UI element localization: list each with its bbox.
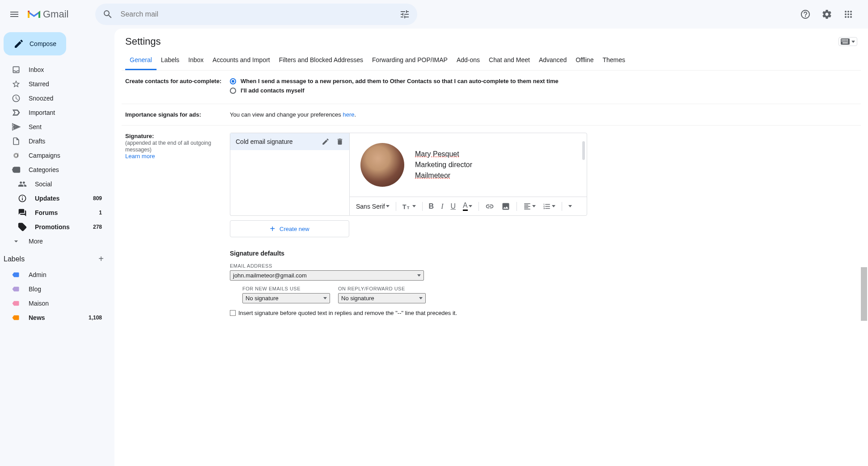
- label-color-icon: [12, 285, 21, 293]
- sidebar-item-sent[interactable]: Sent: [0, 120, 107, 134]
- signature-editor[interactable]: Mary Pesquet Marketing director Mailmete…: [349, 133, 587, 216]
- tab-advanced[interactable]: Advanced: [534, 51, 571, 70]
- signature-avatar: [360, 143, 404, 187]
- search-bar[interactable]: [95, 4, 417, 25]
- sidebar-item-starred[interactable]: Starred: [0, 77, 107, 91]
- sidebar-item-inbox[interactable]: Inbox: [0, 63, 107, 77]
- apps-grid-icon: [843, 9, 854, 20]
- delete-icon[interactable]: [336, 138, 344, 146]
- nav-label: Sent: [29, 123, 102, 130]
- sidebar-item-drafts[interactable]: Drafts: [0, 134, 107, 148]
- sidebar: Compose InboxStarredSnoozedImportantSent…: [0, 29, 114, 466]
- sidebar-item-social[interactable]: Social: [0, 177, 107, 191]
- pencil-icon: [13, 38, 24, 49]
- important-icon: [12, 108, 21, 117]
- nav-count: 278: [93, 224, 102, 230]
- svg-rect-13: [847, 41, 848, 42]
- on-reply-forward-select[interactable]: No signature: [338, 293, 426, 303]
- bold-icon: B: [429, 202, 434, 210]
- for-new-emails-select[interactable]: No signature: [242, 293, 330, 303]
- image-button[interactable]: [499, 200, 513, 213]
- signature-list-item[interactable]: Cold email signature: [230, 133, 349, 150]
- signature-defaults-heading: Signature defaults: [230, 250, 857, 257]
- align-button[interactable]: [521, 201, 538, 212]
- create-new-signature-button[interactable]: + Create new: [230, 220, 349, 237]
- label-name: News: [29, 314, 89, 321]
- label-item-blog[interactable]: Blog: [0, 282, 107, 296]
- nav-label: Starred: [29, 80, 102, 88]
- sidebar-item-forums[interactable]: Forums1: [0, 206, 107, 220]
- nav-label: Forums: [35, 209, 99, 216]
- page-scrollbar[interactable]: [861, 267, 867, 321]
- main-menu-button[interactable]: [4, 4, 25, 25]
- list-button[interactable]: [540, 201, 558, 212]
- chevron-down-icon: [851, 41, 855, 43]
- input-tools-button[interactable]: [838, 37, 857, 46]
- sidebar-item-important[interactable]: Important: [0, 105, 107, 120]
- tab-general[interactable]: General: [125, 51, 157, 70]
- underline-button[interactable]: U: [448, 201, 458, 212]
- setting-row-signature: Signature: (appended at the end of all o…: [122, 126, 861, 323]
- nav-label: Campaigns: [29, 152, 102, 159]
- sidebar-item-campaigns[interactable]: Campaigns: [0, 148, 107, 163]
- tab-offline[interactable]: Offline: [571, 51, 598, 70]
- tab-filters-and-blocked-addresses[interactable]: Filters and Blocked Addresses: [275, 51, 368, 70]
- radio-manual-contacts[interactable]: [230, 88, 236, 94]
- email-address-select[interactable]: john.mailmeteor@gmail.com: [230, 270, 424, 281]
- search-button[interactable]: [99, 5, 117, 23]
- font-select[interactable]: Sans Serif: [353, 201, 392, 212]
- bold-button[interactable]: B: [426, 201, 437, 212]
- on-reply-forward-label: ON REPLY/FORWARD USE: [338, 286, 426, 291]
- nav-label: Inbox: [29, 66, 102, 73]
- for-new-emails-value: No signature: [246, 295, 279, 302]
- sidebar-item-promotions[interactable]: Promotions278: [0, 220, 107, 234]
- label-item-news[interactable]: News1,108: [0, 311, 107, 325]
- ads-here-link[interactable]: here: [343, 111, 354, 118]
- sidebar-item-more[interactable]: More: [0, 234, 107, 248]
- list-icon: [543, 202, 551, 210]
- more-formatting-button[interactable]: [566, 203, 575, 209]
- link-icon: [485, 202, 494, 211]
- apps-button[interactable]: [839, 5, 857, 23]
- tab-chat-and-meet[interactable]: Chat and Meet: [484, 51, 534, 70]
- insert-before-quoted-checkbox[interactable]: [230, 310, 236, 316]
- text-color-button[interactable]: A: [460, 200, 475, 213]
- tab-inbox[interactable]: Inbox: [184, 51, 208, 70]
- label-item-maison[interactable]: Maison: [0, 296, 107, 311]
- signature-preview-title: Marketing director: [415, 161, 472, 169]
- nav-count: 809: [93, 195, 102, 202]
- support-button[interactable]: [796, 5, 814, 23]
- label-item-admin[interactable]: Admin: [0, 268, 107, 282]
- compose-button[interactable]: Compose: [4, 32, 66, 55]
- contacts-label: Create contacts for auto-complete:: [125, 78, 221, 84]
- tab-themes[interactable]: Themes: [598, 51, 630, 70]
- tab-accounts-and-import[interactable]: Accounts and Import: [208, 51, 274, 70]
- edit-icon[interactable]: [322, 138, 330, 146]
- signature-learn-more-link[interactable]: Learn more: [125, 153, 155, 160]
- signature-toolbar: Sans Serif TT B I U A: [350, 197, 587, 215]
- font-size-button[interactable]: TT: [400, 201, 419, 212]
- settings-button[interactable]: [818, 5, 836, 23]
- search-input[interactable]: [117, 10, 396, 18]
- italic-button[interactable]: I: [438, 201, 446, 212]
- gmail-logo-text: Gmail: [43, 8, 68, 20]
- sidebar-item-snoozed[interactable]: Snoozed: [0, 91, 107, 105]
- tab-forwarding-and-pop-imap[interactable]: Forwarding and POP/IMAP: [368, 51, 452, 70]
- gmail-logo[interactable]: Gmail: [27, 8, 68, 20]
- tab-add-ons[interactable]: Add-ons: [452, 51, 484, 70]
- sidebar-item-updates[interactable]: Updates809: [0, 191, 107, 206]
- snoozed-icon: [12, 94, 21, 103]
- sidebar-item-categories[interactable]: Categories: [0, 163, 107, 177]
- label-name: Blog: [29, 285, 102, 293]
- radio-label-manual: I'll add contacts myself: [241, 87, 305, 94]
- radio-auto-add-contacts[interactable]: [230, 78, 236, 84]
- drafts-icon: [12, 137, 21, 146]
- on-reply-forward-value: No signature: [341, 295, 374, 302]
- add-label-button[interactable]: +: [98, 254, 104, 264]
- tab-labels[interactable]: Labels: [157, 51, 184, 70]
- sent-icon: [12, 122, 21, 131]
- signature-scrollbar[interactable]: [582, 141, 585, 160]
- search-options-button[interactable]: [396, 5, 414, 23]
- link-button[interactable]: [483, 200, 497, 213]
- plus-icon: +: [270, 224, 275, 234]
